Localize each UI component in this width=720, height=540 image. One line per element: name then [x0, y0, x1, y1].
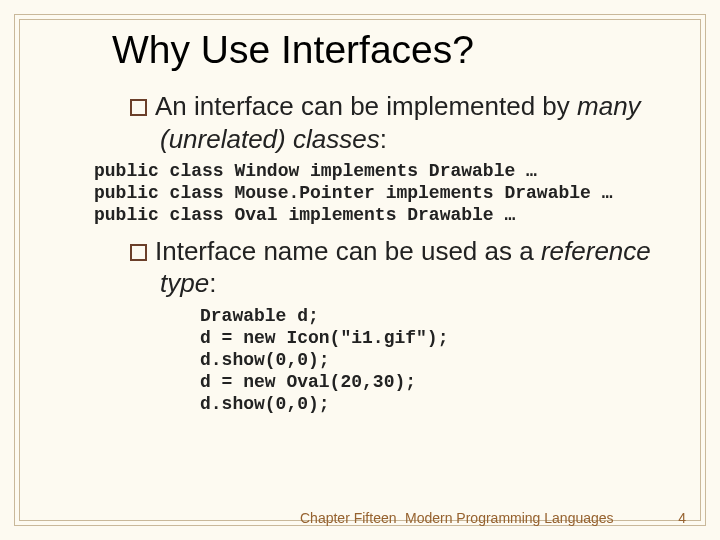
- slide-title: Why Use Interfaces?: [40, 28, 680, 72]
- bullet-1-tail: :: [380, 124, 387, 154]
- bullet-box-icon: [130, 244, 147, 261]
- code-block-2: Drawable d; d = new Icon("i1.gif"); d.sh…: [200, 306, 680, 416]
- code-block-1: public class Window implements Drawable …: [94, 161, 680, 227]
- footer-chapter: Chapter Fifteen: [300, 510, 397, 526]
- bullet-1: An interface can be implemented by many …: [130, 90, 680, 155]
- footer-book: Modern Programming Languages: [405, 510, 614, 526]
- slide: Why Use Interfaces? An interface can be …: [0, 0, 720, 540]
- bullet-2-rest: name can be used as a: [256, 236, 541, 266]
- bullet-1-rest: interface can be implemented by: [187, 91, 577, 121]
- bullet-2-lead: Interface: [155, 236, 256, 266]
- bullet-2: Interface name can be used as a referenc…: [130, 235, 680, 300]
- bullet-1-lead: An: [155, 91, 187, 121]
- bullet-box-icon: [130, 99, 147, 116]
- bullet-2-tail: :: [209, 268, 216, 298]
- content-area: Why Use Interfaces? An interface can be …: [40, 28, 680, 422]
- footer-page: 4: [678, 510, 686, 526]
